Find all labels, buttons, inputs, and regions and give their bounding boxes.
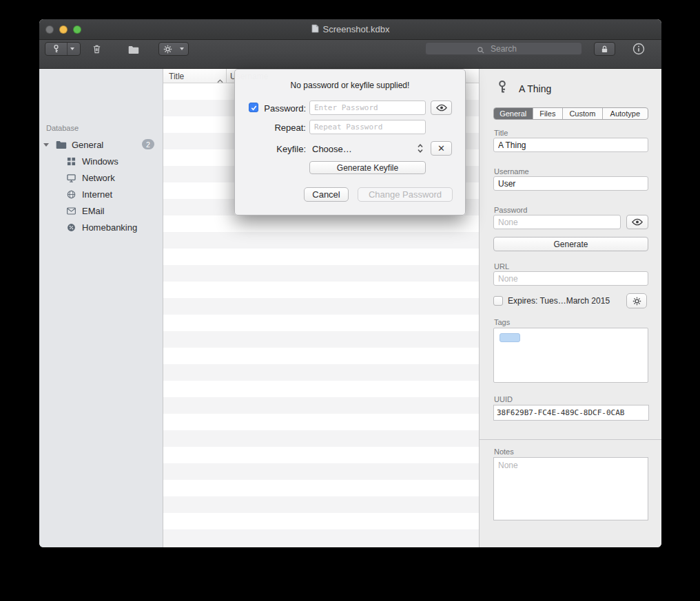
tab-custom[interactable]: Custom	[562, 108, 601, 119]
expires-settings-button[interactable]	[626, 293, 647, 308]
password-field[interactable]	[493, 215, 621, 229]
chevron-down-icon	[180, 48, 184, 50]
sidebar-item-email[interactable]: EMail	[39, 202, 163, 219]
password-field-label: Password	[494, 206, 527, 214]
tab-files[interactable]: Files	[533, 108, 563, 119]
tags-label: Tags	[494, 318, 510, 326]
inspector-tabs: General Files Custom Autotype	[493, 107, 648, 120]
folder-icon	[56, 140, 67, 149]
keyfile-popup-button[interactable]: Choose…	[312, 144, 352, 154]
search-field[interactable]	[425, 42, 582, 55]
lock-icon	[600, 45, 609, 54]
inspector-button[interactable]	[632, 43, 645, 58]
action-button[interactable]	[158, 42, 189, 56]
change-password-button[interactable]: Change Password	[358, 187, 453, 202]
network-icon	[67, 173, 76, 182]
disclosure-triangle-icon[interactable]	[43, 143, 49, 147]
eye-icon	[632, 218, 643, 226]
dialog-password-input[interactable]	[309, 101, 426, 115]
close-button[interactable]	[45, 25, 54, 34]
popup-stepper-icon[interactable]	[417, 143, 424, 157]
add-group-button[interactable]	[127, 45, 140, 57]
url-field[interactable]	[493, 271, 648, 286]
globe-icon	[67, 190, 76, 199]
dialog-repeat-input[interactable]	[309, 120, 426, 134]
eye-icon	[436, 104, 447, 112]
trash-icon	[92, 45, 102, 56]
show-password-button[interactable]	[626, 215, 648, 229]
gear-icon	[632, 297, 641, 306]
dialog-message: No password or keyfile supplied!	[235, 81, 465, 90]
inspector-divider	[480, 439, 661, 440]
sidebar-item-homebanking[interactable]: Homebanking	[39, 219, 163, 235]
expires-checkbox[interactable]	[493, 296, 503, 306]
add-entry-button[interactable]	[45, 42, 81, 56]
generate-password-button[interactable]: Generate	[493, 237, 648, 251]
zoom-button[interactable]	[73, 25, 81, 34]
username-field[interactable]	[493, 176, 648, 191]
add-entry-dropdown[interactable]	[67, 43, 77, 55]
gear-icon	[159, 43, 176, 55]
cancel-button[interactable]: Cancel	[304, 187, 349, 202]
lock-button[interactable]	[594, 42, 615, 56]
sidebar-item-label: Windows	[82, 156, 119, 167]
traffic-lights	[45, 25, 81, 34]
minimize-button[interactable]	[59, 25, 68, 34]
change-password-dialog: No password or keyfile supplied! Passwor…	[234, 69, 466, 215]
app-window: Screenshot.kdbx Add Entry Delete Add Gro…	[39, 19, 661, 547]
info-icon	[632, 45, 645, 57]
dialog-keyfile-label: Keyfile:	[235, 144, 306, 154]
envelope-icon	[67, 207, 76, 215]
key-icon	[45, 43, 67, 55]
dialog-show-password-button[interactable]	[431, 101, 452, 115]
percent-icon	[67, 223, 76, 232]
sidebar-item-network[interactable]: Network	[39, 169, 163, 186]
column-divider[interactable]	[226, 69, 227, 83]
title-bar: Screenshot.kdbx	[39, 19, 661, 40]
sidebar-item-label: Internet	[82, 189, 112, 200]
close-icon: ✕	[438, 143, 445, 154]
uuid-label: UUID	[494, 395, 513, 403]
url-field-label: URL	[494, 262, 509, 271]
sidebar-item-label: General	[72, 140, 103, 150]
column-header-title[interactable]: Title	[169, 72, 184, 81]
sidebar-header: Database	[46, 124, 79, 132]
sidebar-item-label: EMail	[82, 206, 105, 216]
chevron-down-icon	[70, 48, 74, 50]
delete-button[interactable]	[92, 43, 102, 57]
sidebar-item-windows[interactable]: Windows	[39, 153, 163, 169]
uuid-field[interactable]: 38F629B7-FC4E-489C-8DCF-0CAB	[493, 405, 649, 421]
sidebar-item-label: Network	[82, 173, 115, 183]
tag-chip[interactable]	[500, 333, 520, 342]
clear-keyfile-button[interactable]: ✕	[431, 141, 452, 156]
count-badge: 2	[142, 139, 154, 149]
search-input[interactable]	[426, 44, 581, 54]
toolbar: Add Entry Delete Add Group Action	[39, 40, 661, 69]
expires-label: Expires: Tues…March 2015	[508, 296, 610, 306]
expires-row: Expires: Tues…March 2015	[493, 296, 610, 306]
tags-box[interactable]	[493, 328, 648, 383]
title-field[interactable]	[493, 138, 648, 152]
sidebar-item-general[interactable]: General 2	[39, 136, 163, 153]
entry-title: A Thing	[519, 83, 551, 94]
folder-icon	[127, 45, 140, 56]
sidebar: Database General 2 Windows Network	[39, 69, 163, 547]
title-field-label: Title	[494, 129, 508, 137]
notes-box[interactable]: None	[493, 457, 648, 520]
tab-autotype[interactable]: Autotype	[602, 108, 648, 119]
inspector-panel: A Thing General Files Custom Autotype Ti…	[479, 69, 661, 547]
action-dropdown[interactable]	[176, 43, 187, 55]
search-icon	[477, 45, 485, 57]
document-icon	[311, 24, 319, 35]
dialog-repeat-label: Repeat:	[235, 123, 306, 133]
key-icon	[495, 79, 509, 97]
window-title: Screenshot.kdbx	[323, 24, 390, 34]
generate-keyfile-button[interactable]: Generate Keyfile	[309, 161, 426, 174]
window-title-group: Screenshot.kdbx	[311, 24, 390, 35]
username-field-label: Username	[494, 167, 529, 176]
windows-icon	[67, 157, 76, 166]
sidebar-item-label: Homebanking	[82, 222, 137, 233]
sidebar-item-internet[interactable]: Internet	[39, 186, 163, 202]
tab-general[interactable]: General	[494, 108, 533, 119]
dialog-password-label: Password:	[235, 103, 306, 114]
